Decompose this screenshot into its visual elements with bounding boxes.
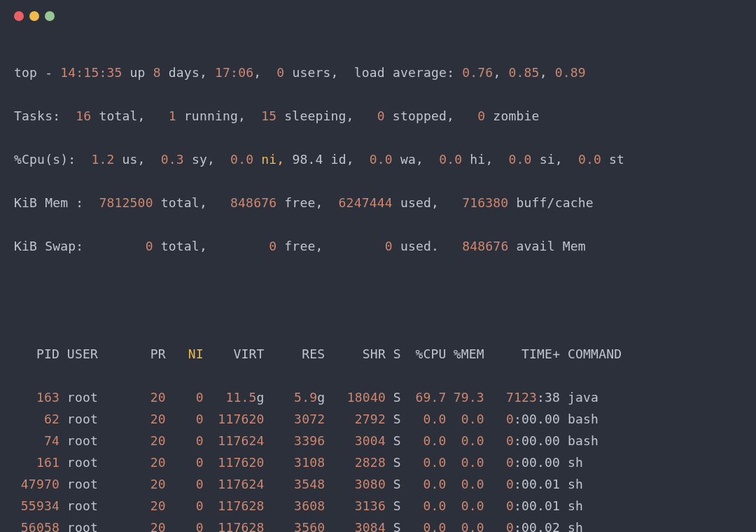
cpu-line: %Cpu(s): 1.2 us, 0.3 sy, 0.0 ni, 98.4 id… xyxy=(14,149,742,171)
col-user: USER xyxy=(59,344,128,365)
ni-label: ni, xyxy=(253,152,292,167)
cell-state: S xyxy=(386,474,401,496)
cell-cpu: 0.0 xyxy=(401,430,447,452)
cell-pr: 20 xyxy=(128,430,166,452)
cpu-hi: 0.0 xyxy=(439,152,462,167)
cell-res: 3396 xyxy=(265,430,326,452)
cell-pr: 20 xyxy=(128,387,166,409)
terminal-output: top - 14:15:35 up 8 days, 17:06, 0 users… xyxy=(0,27,756,532)
cell-user: root xyxy=(59,474,128,496)
swap-avail: 848676 xyxy=(462,239,508,253)
cell-mem: 0.0 xyxy=(447,409,484,430)
cell-cpu: 69.7 xyxy=(401,387,447,409)
cell-virt: 117620 xyxy=(204,409,265,430)
sep: , xyxy=(540,65,555,80)
st-label: st xyxy=(601,152,624,167)
tasks-total: 16 xyxy=(76,108,91,123)
col-mem: %MEM xyxy=(447,344,484,365)
cell-state: S xyxy=(386,387,401,409)
cell-command: java xyxy=(560,387,598,409)
tasks-running: 1 xyxy=(169,108,176,123)
cell-state: S xyxy=(386,430,401,452)
cell-ni: 0 xyxy=(166,409,204,430)
window-titlebar xyxy=(0,0,756,27)
free-label: free, xyxy=(276,239,385,253)
close-icon[interactable] xyxy=(14,11,24,21)
cpu-wa: 0.0 xyxy=(370,152,393,167)
mem-label: KiB Mem : xyxy=(14,195,99,210)
cell-cpu: 0.0 xyxy=(401,409,447,430)
clock-time: 14:15:35 xyxy=(60,65,122,80)
table-row: 163root20011.5g5.9g18040S69.779.37123:38… xyxy=(14,387,742,409)
uptime-hm: 17:06 xyxy=(215,65,253,80)
cell-pid: 161 xyxy=(14,452,59,474)
table-row: 74root20011762433963004S0.00.00:00.00bas… xyxy=(14,430,742,452)
cell-pr: 20 xyxy=(128,496,166,517)
cell-res: 5.9g xyxy=(265,387,326,409)
swap-label: KiB Swap: xyxy=(14,239,146,253)
col-virt: VIRT xyxy=(204,344,265,365)
cell-cpu: 0.0 xyxy=(401,474,447,496)
cell-ni: 0 xyxy=(166,496,204,517)
cell-shr: 2828 xyxy=(325,452,386,474)
used-label: used, xyxy=(393,195,462,210)
cell-ni: 0 xyxy=(166,517,204,532)
minimize-icon[interactable] xyxy=(29,11,39,21)
load-15m: 0.89 xyxy=(555,65,586,80)
tasks-sleeping: 15 xyxy=(261,108,276,123)
cell-mem: 0.0 xyxy=(447,474,484,496)
avail-label: avail Mem xyxy=(508,239,585,253)
cell-pr: 20 xyxy=(128,517,166,532)
blank-line xyxy=(14,279,742,300)
col-res: RES xyxy=(265,344,326,365)
uptime-days: 8 xyxy=(153,65,161,80)
up-label: up xyxy=(122,65,153,80)
table-row: 56058root20011762835603084S0.00.00:00.02… xyxy=(14,517,742,532)
zombie-label: zombie xyxy=(485,108,539,123)
days-label: days, xyxy=(161,65,215,80)
cpu-id: 98.4 xyxy=(292,152,323,167)
cpu-st: 0.0 xyxy=(578,152,601,167)
mem-used: 6247444 xyxy=(339,195,393,210)
free-label: free, xyxy=(276,195,338,210)
cell-time: 0:00.01 xyxy=(484,474,560,496)
zoom-icon[interactable] xyxy=(45,11,55,21)
cell-virt: 117624 xyxy=(204,430,265,452)
hi-label: hi, xyxy=(462,152,508,167)
load-1m: 0.76 xyxy=(462,65,493,80)
cell-mem: 0.0 xyxy=(447,496,484,517)
cpu-si: 0.0 xyxy=(509,152,532,167)
cell-mem: 0.0 xyxy=(447,517,484,532)
id-label: id, xyxy=(323,152,370,167)
used-label: used. xyxy=(393,239,462,253)
cell-virt: 117628 xyxy=(204,496,265,517)
cell-state: S xyxy=(386,452,401,474)
cell-user: root xyxy=(59,387,128,409)
wa-label: wa, xyxy=(393,152,439,167)
table-row: 62root20011762030722792S0.00.00:00.00bas… xyxy=(14,409,742,430)
cell-shr: 18040 xyxy=(325,387,386,409)
swap-free: 0 xyxy=(269,239,276,253)
swap-total: 0 xyxy=(146,239,153,253)
table-header: PIDUSERPRNIVIRTRESSHRS%CPU%MEMTIME+COMMA… xyxy=(14,344,742,365)
cell-time: 0:00.00 xyxy=(484,430,560,452)
cell-pid: 163 xyxy=(14,387,59,409)
swap-used: 0 xyxy=(385,239,393,253)
cell-user: root xyxy=(59,496,128,517)
cell-pid: 56058 xyxy=(14,517,59,532)
cell-pr: 20 xyxy=(128,474,166,496)
cell-ni: 0 xyxy=(166,430,204,452)
cell-command: sh xyxy=(560,496,583,517)
sep: - xyxy=(37,65,60,80)
tasks-label: Tasks: xyxy=(14,108,76,123)
cell-shr: 3084 xyxy=(325,517,386,532)
cell-mem: 79.3 xyxy=(447,387,484,409)
cell-pr: 20 xyxy=(128,409,166,430)
cell-command: sh xyxy=(560,517,583,532)
cell-pid: 55934 xyxy=(14,496,59,517)
cell-ni: 0 xyxy=(166,387,204,409)
cell-user: root xyxy=(59,430,128,452)
cpu-ni: 0.0 xyxy=(230,152,253,167)
cpu-label: %Cpu(s): xyxy=(14,152,91,167)
col-cpu: %CPU xyxy=(401,344,447,365)
